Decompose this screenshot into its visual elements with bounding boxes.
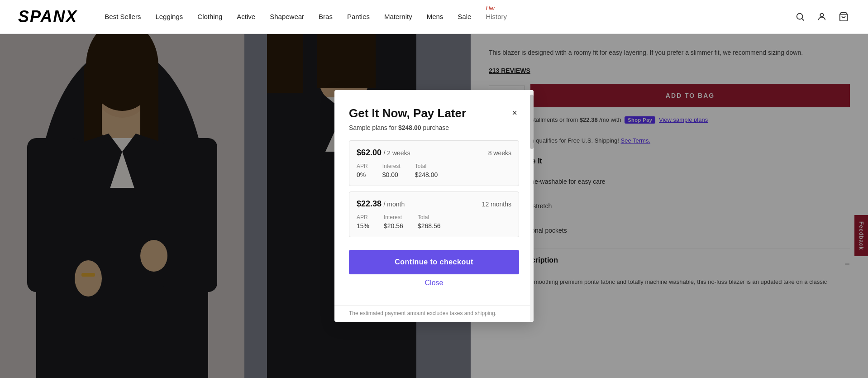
modal-content: Get It Now, Pay Later × Sample plans for… [334,90,534,322]
svg-point-0 [797,14,803,19]
nav-item-sale[interactable]: Sale [458,13,471,21]
plan-total-0: Total $248.00 [415,163,438,178]
nav-item-active[interactable]: Active [237,13,255,21]
modal-close-button[interactable]: × [510,106,519,119]
modal-subtitle: Sample plans for $248.00 purchase [349,124,519,131]
main-nav: Best Sellers Leggings Clothing Active Sh… [105,13,794,21]
plan-duration-0: 8 weeks [488,149,511,157]
modal-overlay[interactable]: Get It Now, Pay Later × Sample plans for… [0,34,868,378]
plan-card-0: $62.00 / 2 weeks 8 weeks APR 0% Inte [349,140,519,186]
main-content: Get $20 [0,34,868,378]
svg-point-2 [820,14,823,17]
plan-interest-0: Interest $0.00 [382,163,401,178]
nav-item-clothing[interactable]: Clothing [197,13,222,21]
header: SPANX Best Sellers Leggings Clothing Act… [0,0,868,34]
plan-header-0: $62.00 / 2 weeks 8 weeks [357,148,511,158]
modal-title: Get It Now, Pay Later [349,106,466,120]
modal-scrollbar [530,90,534,322]
plan-interest-1: Interest $20.56 [384,214,403,230]
plan-details-0: APR 0% Interest $0.00 Total $248.00 [357,163,511,178]
plan-duration-1: 12 months [482,201,511,208]
svg-line-1 [802,19,804,20]
plan-card-1: $22.38 / month 12 months APR 15% Int [349,191,519,237]
plan-amount-1: $22.38 / month [357,199,405,209]
account-icon[interactable] [816,10,828,23]
plan-header-1: $22.38 / month 12 months [357,199,511,209]
nav-item-shapewear[interactable]: Shapewear [270,13,304,21]
nav-item-history[interactable]: History [486,13,507,20]
pay-later-modal: Get It Now, Pay Later × Sample plans for… [334,90,534,322]
modal-footer: The estimated payment amount excludes ta… [334,305,534,322]
plan-apr-1: APR 15% [357,214,369,230]
continue-to-checkout-button[interactable]: Continue to checkout [349,250,519,274]
nav-item-best-sellers[interactable]: Best Sellers [105,13,141,21]
search-icon[interactable] [794,10,806,23]
brand-logo[interactable]: SPANX [18,7,77,26]
header-icons [794,10,850,23]
modal-header: Get It Now, Pay Later × [349,106,519,120]
plan-details-1: APR 15% Interest $20.56 Total $268.56 [357,214,511,230]
plan-total-1: Total $268.56 [418,214,441,230]
nav-item-history-superscript: Her [486,5,495,11]
plan-apr-0: APR 0% [357,163,368,178]
nav-item-leggings[interactable]: Leggings [155,13,183,21]
plan-amount-0: $62.00 / 2 weeks [357,148,410,158]
cart-icon[interactable] [837,10,850,23]
nav-item-panties[interactable]: Panties [347,13,370,21]
nav-item-bras[interactable]: Bras [319,13,333,21]
modal-inner: Get It Now, Pay Later × Sample plans for… [334,90,534,305]
nav-item-mens[interactable]: Mens [427,13,444,21]
nav-item-maternity[interactable]: Maternity [384,13,412,21]
nav-item-history-wrapper: Her History [486,13,507,21]
modal-close-link[interactable]: Close [349,279,519,287]
